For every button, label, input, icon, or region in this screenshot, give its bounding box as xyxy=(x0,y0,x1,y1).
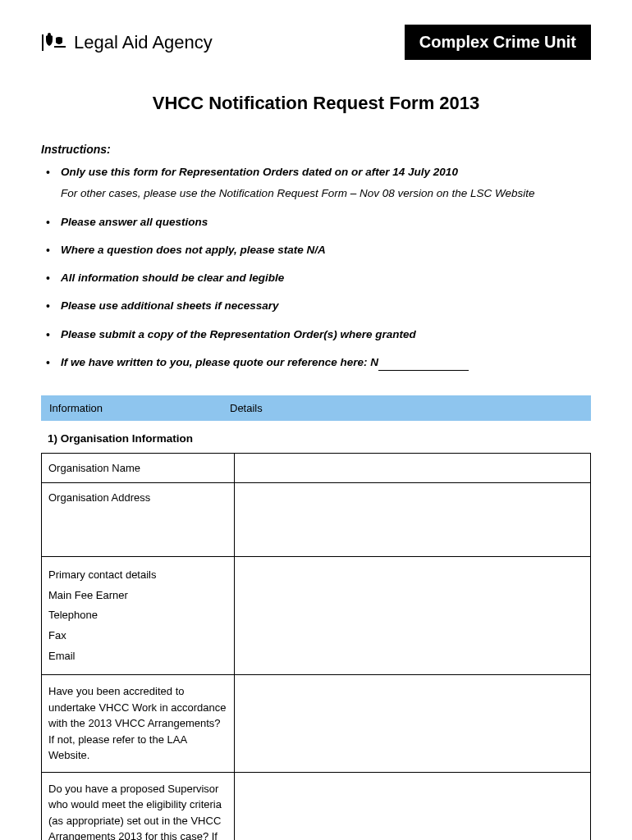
section-banner: Information Details xyxy=(41,395,591,421)
table-row: Organisation Address xyxy=(42,483,591,557)
agency-name: Legal Aid Agency xyxy=(74,32,213,53)
instruction-subtext: For other cases, please use the Notifica… xyxy=(61,185,591,202)
supervisor-field[interactable] xyxy=(235,772,591,840)
unit-badge: Complex Crime Unit xyxy=(405,25,591,60)
instruction-item: Please answer all questions xyxy=(41,214,591,231)
instruction-text: Please submit a copy of the Representati… xyxy=(61,328,416,340)
contact-details-label: Primary contact details Main Fee Earner … xyxy=(42,557,235,675)
table-row: Organisation Name xyxy=(42,454,591,483)
instructions-list: Only use this form for Representation Or… xyxy=(41,164,591,371)
org-address-label: Organisation Address xyxy=(42,483,235,557)
instruction-text: If we have written to you, please quote … xyxy=(61,356,378,368)
table-row: Have you been accredited to undertake VH… xyxy=(42,675,591,773)
organisation-table: Organisation Name Organisation Address P… xyxy=(41,453,591,840)
instruction-text: Only use this form for Representation Or… xyxy=(61,166,458,178)
document-header: Legal Aid Agency Complex Crime Unit xyxy=(41,25,591,60)
instruction-text: All information should be clear and legi… xyxy=(61,272,284,284)
org-name-label: Organisation Name xyxy=(42,454,235,483)
banner-col-information: Information xyxy=(49,402,230,414)
instructions-label: Instructions: xyxy=(41,143,591,156)
form-title: VHCC Notification Request Form 2013 xyxy=(41,93,591,114)
svg-rect-0 xyxy=(42,34,44,51)
accredited-label: Have you been accredited to undertake VH… xyxy=(42,675,235,773)
section-1-heading: 1) Organisation Information xyxy=(48,432,591,445)
instruction-text: Where a question does not apply, please … xyxy=(61,244,326,256)
supervisor-label: Do you have a proposed Supervisor who wo… xyxy=(42,772,235,840)
svg-rect-2 xyxy=(54,46,66,48)
table-row: Primary contact details Main Fee Earner … xyxy=(42,557,591,675)
instruction-text: Please use additional sheets if necessar… xyxy=(61,299,279,312)
instruction-item: Please use additional sheets if necessar… xyxy=(41,298,591,314)
org-address-field[interactable] xyxy=(235,483,591,557)
instruction-item: Only use this form for Representation Or… xyxy=(41,164,591,203)
svg-point-1 xyxy=(48,33,51,36)
crest-icon xyxy=(41,31,67,54)
instruction-text: Please answer all questions xyxy=(61,216,208,228)
accredited-field[interactable] xyxy=(235,675,591,773)
instruction-item: All information should be clear and legi… xyxy=(41,270,591,286)
logo-section: Legal Aid Agency xyxy=(41,31,213,54)
banner-col-details: Details xyxy=(230,402,263,414)
instruction-item: Where a question does not apply, please … xyxy=(41,242,591,258)
instruction-item: Please submit a copy of the Representati… xyxy=(41,326,591,343)
contact-details-field[interactable] xyxy=(235,557,591,675)
table-row: Do you have a proposed Supervisor who wo… xyxy=(42,772,591,840)
reference-blank[interactable] xyxy=(378,370,469,371)
org-name-field[interactable] xyxy=(235,454,591,483)
instruction-item: If we have written to you, please quote … xyxy=(41,354,591,371)
